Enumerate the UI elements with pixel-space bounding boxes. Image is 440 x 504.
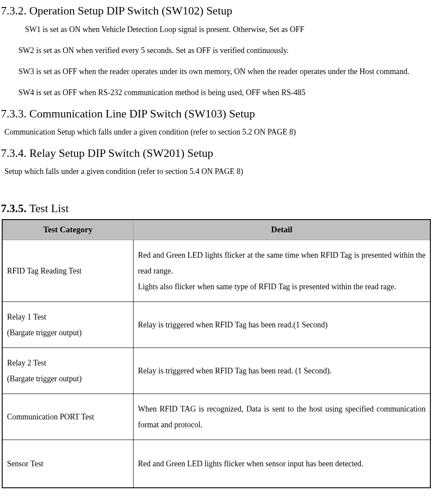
header-detail: Detail — [134, 220, 430, 240]
test-list-table: Test Category Detail RFID Tag Reading Te… — [2, 219, 431, 488]
cell-category: RFID Tag Reading Test — [2, 240, 134, 302]
paragraph-734: Setup which falls under a given conditio… — [4, 164, 439, 179]
section-heading-733: 7.3.3. Communication Line DIP Switch (SW… — [1, 106, 439, 121]
cell-detail: Relay is triggered when RFID Tag has bee… — [134, 348, 430, 394]
table-header-row: Test Category Detail — [2, 220, 430, 240]
cell-detail: When RFID TAG is recognized, Data is sen… — [134, 394, 430, 440]
paragraph-sw1: SW1 is set as ON when Vehicle Detection … — [25, 22, 439, 37]
paragraph-sw2: SW2 is set as ON when verified every 5 s… — [18, 43, 439, 58]
cell-category: Relay 1 Test(Bargate trigger output) — [2, 302, 134, 348]
paragraph-sw3: SW3 is set as OFF when the reader operat… — [1, 64, 439, 79]
section-heading-735: 7.3.5. Test List — [1, 201, 439, 216]
paragraph-733: Communication Setup which falls under a … — [4, 124, 439, 139]
table-row: RFID Tag Reading Test Red and Green LED … — [2, 240, 430, 302]
table-row: Communication PORT Test When RFID TAG is… — [2, 394, 430, 440]
header-test-category: Test Category — [2, 220, 134, 240]
cell-detail: Red and Green LED lights flicker at the … — [134, 240, 430, 302]
table-row: Relay 2 Test(Bargate trigger output) Rel… — [2, 348, 430, 394]
cell-detail: Red and Green LED lights flicker when se… — [134, 440, 430, 488]
cell-category: Sensor Test — [2, 440, 134, 488]
paragraph-sw4: SW4 is set as OFF when RS-232 communicat… — [18, 85, 439, 100]
section-heading-734: 7.3.4. Relay Setup DIP Switch (SW201) Se… — [1, 146, 439, 161]
cell-category: Communication PORT Test — [2, 394, 134, 440]
cell-category: Relay 2 Test(Bargate trigger output) — [2, 348, 134, 394]
heading-number: 7.3.5. — [1, 202, 29, 215]
section-heading-732: 7.3.2. Operation Setup DIP Switch (SW102… — [1, 4, 439, 18]
table-row: Sensor Test Red and Green LED lights fli… — [2, 440, 430, 488]
table-row: Relay 1 Test(Bargate trigger output) Rel… — [2, 302, 430, 348]
heading-title: Test List — [29, 202, 69, 215]
cell-detail: Relay is triggered when RFID Tag has bee… — [134, 302, 430, 348]
